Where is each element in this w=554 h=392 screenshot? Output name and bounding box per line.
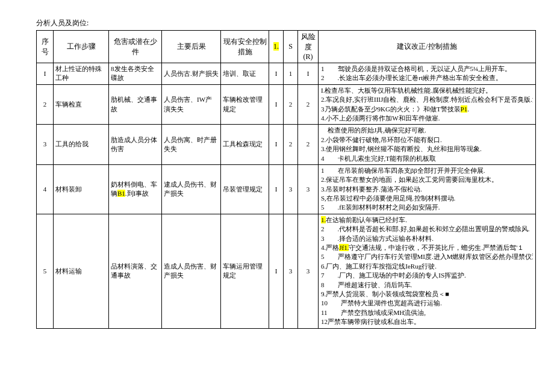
cell-step: 材上性证的特殊工种 — [54, 63, 109, 85]
suggestion-line: 11 产禁空挡放域或采MH流供油, — [321, 308, 533, 317]
cell-no: 3 — [37, 125, 54, 165]
suggestion-line: S,在吊装过程中必须要使用足绳.控制材料摆动. — [321, 194, 533, 203]
suggestion-line: 2 .代材料是否超长和部.好,如果超长和郊立必阻出置明显的警戒除风. — [321, 225, 533, 234]
col-hazard: 危害或潜在少件 — [109, 31, 162, 63]
cell-no: I — [37, 63, 54, 85]
suggestion-line: 8 严维超速行驶、消后筠车. — [321, 281, 533, 290]
suggestion-line: 4 卡机儿索生完好,T能有限的机板取 — [321, 154, 533, 163]
suggestion-line: 3.使用钢丝舞时,钢丝獾不能有断投、丸丝和扭用等现象. — [321, 145, 533, 154]
cell-consequence: 人员伤寓、时产册失失 — [162, 125, 221, 165]
cell-s: 3 — [284, 214, 298, 328]
cell-r: 3 — [298, 164, 319, 214]
col-consequence: 主要后果 — [162, 31, 221, 63]
cell-consequence: 人员伤害、IW产演失失 — [162, 84, 221, 125]
cell-s: 2 — [284, 84, 298, 125]
col-l: 1. — [269, 31, 284, 63]
col-suggestion: 建议改正/控制措施 — [319, 31, 536, 63]
suggestion-line: 12严禁车辆带病行驶或私自出车。 — [321, 317, 533, 326]
suggestion-line: 1 驾驶员必须是持双证合格司机，无以证人员产5¼上用开车。 — [321, 64, 533, 73]
suggestion-line: 3 .择合适的运输方式运输各朴材料. — [321, 234, 533, 243]
table-row: 5材料运输品材料演落、交通事故造成人员伤害、财产损失车辆运用管理规定I331.在… — [37, 214, 536, 328]
cell-suggestion: 1 驾驶员必须是持双证合格司机，无以证人员产5¼上用开车。2 .长途出车必须办理… — [319, 63, 536, 85]
cell-s: 3 — [284, 164, 298, 214]
page-header: 分析人员及岗位: — [36, 18, 536, 28]
suggestion-line: 4.严格Jf1.守交通法规，中途行收，不开英比斤，蟾劣生.严禁酒后驾'１ — [321, 243, 533, 252]
col-no: 序号 — [37, 31, 54, 63]
suggestion-line: 7 .厂内、施工现场的中时必须的专人IS挥监护. — [321, 271, 533, 280]
cell-step: 材料运输 — [54, 214, 109, 328]
risk-table: 序号 工作步骤 危害或潜在少件 主要后果 现有安全控制措施 1. S 风险度(R… — [36, 30, 536, 329]
suggestion-line: I.检查吊车、大板等仅用车轨机械性能.腐保机械性能完好。 — [321, 86, 533, 95]
col-s: S — [284, 31, 298, 63]
suggestion-line: 3.吊装时材料要整齐.蒲洛不假松动. — [321, 185, 533, 194]
cell-step: 材料装卸 — [54, 164, 109, 214]
table-row: 3工具的给我肋造成人员分体伤害人员伤寓、时产册失失工具检森现定I22 检查使用的… — [37, 125, 536, 165]
cell-no: 2 — [37, 84, 54, 125]
suggestion-line: 5 严格遵守厂内行车行关管理MI度.进入M燃财库奴管区必然办理禁仪遁行证，配带阴… — [321, 252, 533, 261]
cell-l: I — [269, 214, 284, 328]
cell-step: 车辆检直 — [54, 84, 109, 125]
cell-step: 工具的给我 — [54, 125, 109, 165]
suggestion-line: 1.在达输前勘认年辆已经封车. — [321, 216, 533, 225]
cell-hazard: 肋机械、交通事故 — [109, 84, 162, 125]
cell-suggestion: I.检查吊车、大板等仅用车轨机械性能.腐保机械性能完好。2.车况良好,实行班II… — [319, 84, 536, 125]
suggestion-line: 4.小不上必须两行将作加W和田车件做塞. — [321, 114, 533, 123]
table-header-row: 序号 工作步骤 危害或潜在少件 主要后果 现有安全控制措施 1. S 风险度(R… — [37, 31, 536, 63]
suggestion-line: 检查使用的所始J具,确保完好可敝. — [321, 126, 533, 135]
suggestion-line: 10 严禁特大里湖件也宽超高进行运输. — [321, 299, 533, 308]
suggestion-line: 9.严禁人货混装、制小装领或驾袋室检员＜■ — [321, 290, 533, 299]
cell-hazard: 肋造成人员分体伤害 — [109, 125, 162, 165]
cell-suggestion: 检查使用的所始J具,确保完好可敝.2.小袋带不健行破物,吊环部位不能有裂口.3.… — [319, 125, 536, 165]
suggestion-line: 2.小袋带不健行破物,吊环部位不能有裂口. — [321, 135, 533, 145]
cell-l: I — [269, 164, 284, 214]
suggestion-line: 1 在吊装前确保吊车四条支ββ全部打开并开完全伸展. — [321, 166, 533, 175]
suggestion-line: 2.车况良好,实行班IIIJ自检、鹿检、月检制度.特别近点检会利下是否臭版.油用… — [321, 95, 533, 104]
cell-no: 5 — [37, 214, 54, 328]
cell-hazard: 8发生各类安全碟故 — [109, 63, 162, 85]
cell-consequence: 人员伤古.财产损失 — [162, 63, 221, 85]
table-row: I材上性证的特殊工种8发生各类安全碟故人员伤古.财产损失培训、取证I1I1 驾驶… — [37, 63, 536, 85]
cell-control: 车辆检改管理规定 — [221, 84, 269, 125]
col-control: 现有安全控制措施 — [221, 31, 269, 63]
cell-hazard: 奶材料倒电、车辆B1.到I事故 — [109, 164, 162, 214]
suggestion-line: 2.保证吊车在整女的地面，如果起次工党同需要回海里枕木。 — [321, 175, 533, 184]
table-row: 2车辆检直肋机械、交通事故人员伤害、IW产演失失车辆检改管理规定I22I.检查吊… — [37, 84, 536, 125]
cell-consequence: 造成人员伤害、财产损失 — [162, 214, 221, 328]
suggestion-line: 6.厂内、施工财行车按指定线IeRug行驶. — [321, 262, 533, 271]
cell-control: 工具检森现定 — [221, 125, 269, 165]
cell-l: I — [269, 84, 284, 125]
cell-control: 车辆运用管理规定 — [221, 214, 269, 328]
cell-r: 2 — [298, 125, 319, 165]
cell-hazard: 品材料演落、交通事故 — [109, 214, 162, 328]
cell-s: 2 — [284, 125, 298, 165]
cell-r: 2 — [298, 84, 319, 125]
cell-r: I — [298, 63, 319, 85]
cell-suggestion: 1 在吊装前确保吊车四条支ββ全部打开并开完全伸展.2.保证吊车在整女的地面，如… — [319, 164, 536, 214]
table-row: 4材料装卸奶材料倒电、车辆B1.到I事故逮成人员伤书、财产损失吊装管理规定I33… — [37, 164, 536, 214]
col-step: 工作步骤 — [54, 31, 109, 63]
suggestion-line: 2 .长途出车必须办理长途汇卷rt緱并产格出车前安全检查。 — [321, 73, 533, 82]
cell-l: I — [269, 63, 284, 85]
cell-r: 3 — [298, 214, 319, 328]
cell-no: 4 — [37, 164, 54, 214]
cell-l: I — [269, 125, 284, 165]
cell-consequence: 逮成人员伤书、财产损失 — [162, 164, 221, 214]
cell-control: 吊装管理规定 — [221, 164, 269, 214]
cell-control: 培训、取证 — [221, 63, 269, 85]
col-r: 风险度(R) — [298, 31, 319, 63]
cell-suggestion: 1.在达输前勘认年辆已经封车.2 .代材料是否超长和部.好,如果超长和郊立必阻出… — [319, 214, 536, 328]
suggestion-line: 5 .fE装卸材料时材村之间必如安隔开. — [321, 203, 533, 212]
cell-s: 1 — [284, 63, 298, 85]
suggestion-line: 3乃辆必筑配备至少9KG的火火：》和做T警技装P1. — [321, 105, 533, 114]
